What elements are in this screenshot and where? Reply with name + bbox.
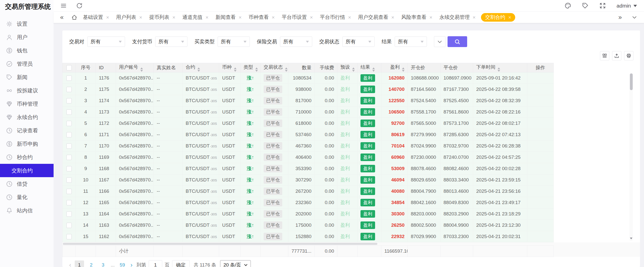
row-checkbox[interactable]	[66, 223, 72, 228]
row-checkbox[interactable]	[66, 189, 72, 194]
horizontal-scrollbar[interactable]	[62, 242, 640, 245]
sidebar-item-3[interactable]: 管理员	[0, 57, 54, 70]
tab-close-icon[interactable]: ×	[206, 15, 209, 20]
tab-close-icon[interactable]: ×	[391, 15, 394, 20]
menu-toggle-icon[interactable]	[60, 2, 67, 9]
row-checkbox[interactable]	[66, 177, 72, 183]
print-button[interactable]	[624, 51, 633, 60]
vertical-scrollbar-thumb[interactable]	[630, 73, 633, 90]
tab-close-icon[interactable]: ×	[172, 15, 175, 20]
sidebar-item-0[interactable]: 设置	[0, 17, 54, 30]
row-checkbox[interactable]	[66, 211, 72, 217]
sidebar-item-1[interactable]: 用户	[0, 30, 54, 44]
sidebar-item-4[interactable]: 新闻	[0, 70, 54, 84]
filter-select-1[interactable]: 所有	[155, 36, 187, 47]
sidebar-item-5[interactable]: 投拆建议	[0, 84, 54, 97]
tab-close-icon[interactable]: ×	[429, 15, 432, 20]
filter-select-4[interactable]: 所有	[342, 36, 375, 47]
sort-icon[interactable]	[352, 67, 355, 72]
sort-icon[interactable]	[234, 67, 236, 72]
tab-close-icon[interactable]: ×	[508, 15, 511, 20]
row-checkbox[interactable]	[66, 234, 72, 239]
tabs-menu-chevron-icon[interactable]	[631, 14, 637, 20]
tab-close-icon[interactable]: ×	[473, 15, 476, 20]
tab-4[interactable]: 新闻查看×	[212, 12, 245, 23]
tabs-expand-icon[interactable]: »	[618, 14, 622, 20]
filter-select-5[interactable]: 所有	[395, 36, 427, 47]
tab-close-icon[interactable]: ×	[239, 15, 242, 20]
row-checkbox[interactable]	[66, 200, 72, 205]
col-header-result[interactable]: 结果	[357, 63, 381, 72]
tab-3[interactable]: 通道充值×	[179, 12, 212, 23]
col-header-type[interactable]: 类型	[240, 63, 261, 72]
next-page-icon[interactable]: ›	[131, 262, 133, 267]
sort-icon[interactable]	[197, 67, 200, 72]
filter-select-3[interactable]: 所有	[280, 36, 312, 47]
vertical-scrollbar[interactable]	[629, 73, 633, 241]
col-header-coin[interactable]: 币种	[219, 63, 240, 72]
page-59[interactable]: 59	[118, 260, 127, 267]
tab-0[interactable]: 基础设置×	[79, 12, 113, 23]
goto-page-input[interactable]	[149, 260, 162, 267]
row-checkbox[interactable]	[66, 109, 72, 115]
tab-close-icon[interactable]: ×	[139, 15, 142, 20]
home-icon[interactable]	[71, 14, 77, 20]
tab-10[interactable]: 永续交易管理×	[436, 12, 479, 23]
row-checkbox[interactable]	[66, 121, 72, 126]
page-2[interactable]: 2	[87, 260, 96, 267]
sidebar-item-13[interactable]: 量化	[0, 190, 54, 204]
col-header-contract[interactable]: 合约	[183, 63, 219, 72]
tab-11[interactable]: 交割合约×	[481, 13, 515, 22]
col-header-status[interactable]: 交易状态	[261, 63, 288, 72]
search-button[interactable]	[448, 36, 467, 47]
sidebar-item-14[interactable]: 站内信	[0, 204, 54, 217]
filter-select-2[interactable]: 所有	[218, 36, 250, 47]
row-checkbox[interactable]	[66, 87, 72, 92]
page-1[interactable]: 1	[75, 260, 84, 267]
tab-5[interactable]: 币种查看×	[245, 12, 278, 23]
theme-palette-icon[interactable]	[565, 2, 571, 9]
sort-icon[interactable]	[285, 67, 288, 72]
page-3[interactable]: 3	[98, 260, 108, 267]
sidebar-item-9[interactable]: 新币申购	[0, 137, 54, 150]
row-checkbox[interactable]	[66, 166, 72, 171]
sidebar-item-10[interactable]: 秒合约	[0, 150, 54, 164]
sort-icon[interactable]	[140, 67, 143, 72]
filter-expand-button[interactable]	[434, 36, 446, 47]
scroll-down-arrow-icon[interactable]	[630, 238, 632, 241]
tab-8[interactable]: 用户交易查看×	[354, 12, 398, 23]
tab-9[interactable]: 风险率查看×	[398, 12, 436, 23]
sidebar-item-6[interactable]: 币种管理	[0, 97, 54, 110]
columns-filter-button[interactable]	[600, 51, 609, 60]
fullscreen-icon[interactable]	[599, 2, 606, 9]
sidebar-item-11[interactable]: 交割合约	[0, 164, 54, 177]
sidebar-item-8[interactable]: 记录查看	[0, 124, 54, 137]
sort-icon[interactable]	[372, 67, 375, 72]
tab-2[interactable]: 提币列表×	[146, 12, 179, 23]
per-page-select[interactable]: 20 条/页	[220, 260, 251, 267]
row-checkbox[interactable]	[66, 98, 72, 103]
row-checkbox[interactable]	[66, 132, 72, 137]
sort-icon[interactable]	[255, 67, 258, 72]
prev-page-icon[interactable]: ‹	[69, 262, 71, 267]
row-checkbox[interactable]	[66, 75, 72, 81]
tabs-collapse-icon[interactable]: «	[60, 14, 64, 20]
sidebar-item-7[interactable]: 永续合约	[0, 110, 54, 124]
col-header-time[interactable]: 下单时间	[473, 63, 527, 72]
tab-close-icon[interactable]: ×	[310, 15, 313, 20]
sidebar-item-2[interactable]: 钱包	[0, 44, 54, 57]
tab-close-icon[interactable]: ×	[348, 15, 351, 20]
admin-dropdown[interactable]: admin	[617, 3, 637, 9]
sort-icon[interactable]	[498, 67, 500, 72]
select-all-checkbox[interactable]	[66, 65, 72, 70]
filter-select-0[interactable]: 所有	[87, 36, 125, 47]
tab-close-icon[interactable]: ×	[272, 15, 275, 20]
export-button[interactable]	[612, 51, 621, 60]
row-checkbox[interactable]	[66, 155, 72, 160]
sidebar-item-12[interactable]: 借贷	[0, 177, 54, 190]
sort-icon[interactable]	[402, 67, 405, 72]
tab-6[interactable]: 平台币设置×	[278, 12, 316, 23]
row-checkbox[interactable]	[66, 143, 72, 149]
col-header-preset[interactable]: 预设	[337, 63, 357, 72]
col-header-profit[interactable]: 盈利	[381, 63, 408, 72]
